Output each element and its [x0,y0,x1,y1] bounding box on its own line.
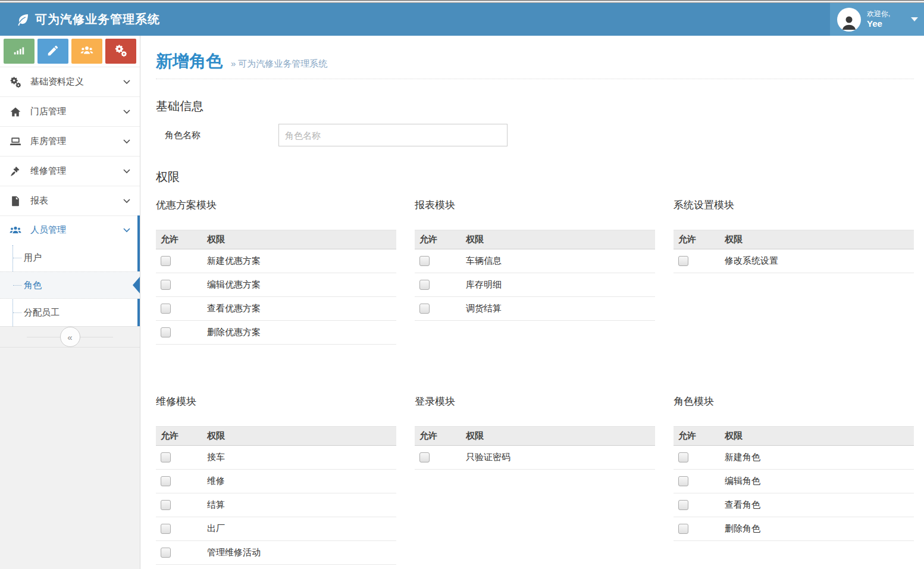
chevron-down-icon [123,139,130,144]
permission-row: 结算 [156,493,396,517]
laptop-icon [10,136,23,148]
app-title: 可为汽修业务管理系统 [35,11,160,27]
shortcut-edit-button[interactable] [37,39,68,64]
permission-checkbox[interactable] [161,524,171,534]
permission-label: 接车 [202,446,396,470]
permission-checkbox[interactable] [161,304,171,314]
permission-row: 维修 [156,470,396,493]
shortcut-users-button[interactable] [71,39,102,64]
permission-checkbox[interactable] [161,500,171,510]
permission-label: 回访 [202,565,396,569]
permission-checkbox[interactable] [419,304,430,314]
permission-module: 角色模块 允许 权限 新建角色 编辑角色 查看角色 删除角色 [674,395,914,569]
table-header-row: 允许 权限 [156,230,396,249]
sidebar-subitem-users[interactable]: 用户 [0,244,140,271]
sidebar-item-warehouse-management[interactable]: 库房管理 [0,126,140,156]
permission-table: 允许 权限 新建角色 编辑角色 查看角色 删除角色 [674,426,914,541]
main-content: 新增角色 »可为汽修业务管理系统 基础信息 角色名称 权限 优惠方案模块 允许 … [140,36,924,569]
home-icon [10,106,23,118]
permission-label: 查看角色 [720,493,914,517]
permission-row: 查看优惠方案 [156,297,396,321]
sidebar-item-store-management[interactable]: 门店管理 [0,96,140,126]
personnel-submenu: 用户 角色 分配员工 [0,244,140,326]
permission-checkbox[interactable] [678,476,688,486]
chevron-down-icon [123,169,130,174]
table-header-row: 允许 权限 [415,230,655,249]
breadcrumb-separator: » [231,58,236,68]
allow-column-header: 允许 [156,230,202,249]
brand: 可为汽修业务管理系统 [0,11,160,27]
permission-column-header: 权限 [202,230,396,249]
allow-column-header: 允许 [674,230,720,249]
sidebar-subitem-roles[interactable]: 角色 [0,271,140,299]
table-header-row: 允许 权限 [674,427,914,446]
permission-label: 查看优惠方案 [202,297,396,321]
sidebar-item-personnel-management[interactable]: 人员管理 [0,215,140,244]
sidebar: 基础资料定义 门店管理 库房管理 维修管理 报表 [0,36,140,569]
role-name-input[interactable] [278,124,508,146]
permission-row: 编辑优惠方案 [156,273,396,297]
sidebar-item-label: 基础资料定义 [30,76,123,87]
permission-checkbox[interactable] [161,280,171,290]
permission-row: 回访 [156,565,396,569]
sidebar-item-label: 报表 [30,195,123,207]
basic-info-heading: 基础信息 [156,98,914,114]
chevron-down-icon [123,110,130,114]
permission-module: 登录模块 允许 权限 只验证密码 [415,395,655,569]
sidebar-subitem-label: 用户 [24,252,42,264]
permission-column-header: 权限 [461,230,655,249]
permission-column-header: 权限 [461,427,655,446]
permission-checkbox[interactable] [161,327,171,337]
permission-checkbox[interactable] [678,500,688,510]
sidebar-collapse-bar: « [0,326,140,348]
permission-label: 出厂 [202,517,396,541]
user-menu[interactable]: 欢迎你, Yee [830,3,924,36]
permission-row: 车辆信息 [415,249,655,273]
permission-checkbox[interactable] [161,548,171,558]
sidebar-item-repair-management[interactable]: 维修管理 [0,156,140,186]
shortcut-buttons [0,36,140,67]
pencil-icon [46,44,59,59]
permission-checkbox[interactable] [161,452,171,462]
users-icon [80,44,93,59]
gears-icon [114,44,127,59]
permission-checkbox[interactable] [678,524,688,534]
permission-label: 新建角色 [720,446,914,470]
sidebar-subitem-assign-staff[interactable]: 分配员工 [0,299,140,326]
leaf-logo-icon [15,12,30,27]
role-name-row: 角色名称 [156,124,914,146]
permission-row: 管理维修活动 [156,541,396,565]
allow-column-header: 允许 [156,427,202,446]
table-header-row: 允许 权限 [674,230,914,249]
chevron-down-icon [123,80,130,85]
permission-checkbox[interactable] [678,452,688,462]
allow-column-header: 允许 [415,427,461,446]
shortcut-chart-button[interactable] [4,39,35,64]
permission-checkbox[interactable] [161,256,171,266]
permission-checkbox[interactable] [419,280,430,290]
permission-row: 接车 [156,446,396,470]
permissions-grid: 优惠方案模块 允许 权限 新建优惠方案 编辑优惠方案 查看优惠方案 删除优惠方案… [156,198,914,569]
permission-checkbox[interactable] [419,452,430,462]
chevron-down-icon [123,228,130,233]
gavel-icon [10,165,23,177]
sidebar-menu: 基础资料定义 门店管理 库房管理 维修管理 报表 [0,67,140,326]
permission-checkbox[interactable] [678,256,688,266]
sidebar-item-basic-data[interactable]: 基础资料定义 [0,67,140,96]
permission-row: 只验证密码 [415,446,655,470]
user-text: 欢迎你, Yee [867,10,909,30]
breadcrumb: »可为汽修业务管理系统 [231,58,327,70]
permission-checkbox[interactable] [419,256,430,266]
permission-module: 优惠方案模块 允许 权限 新建优惠方案 编辑优惠方案 查看优惠方案 删除优惠方案 [156,198,396,395]
permission-module: 维修模块 允许 权限 接车 维修 结算 出厂 管理维修活动 回访 [156,395,396,569]
shortcut-settings-button[interactable] [105,39,136,64]
sidebar-item-reports[interactable]: 报表 [0,186,140,215]
sidebar-subitem-label: 角色 [24,280,42,291]
permission-label: 调货结算 [461,297,655,321]
permission-checkbox[interactable] [161,476,171,486]
sidebar-item-label: 维修管理 [30,165,123,177]
permission-column-header: 权限 [720,427,914,446]
sidebar-background [0,348,140,569]
permission-row: 查看角色 [674,493,914,517]
sidebar-collapse-button[interactable]: « [60,327,80,347]
